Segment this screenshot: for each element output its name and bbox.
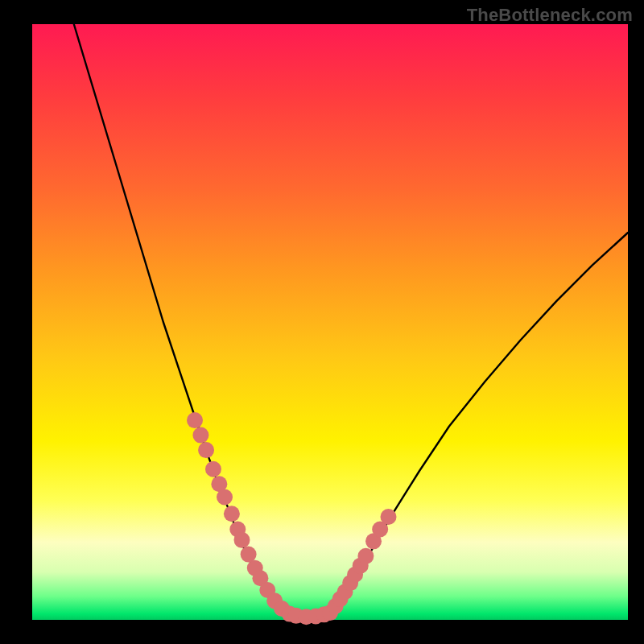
right-cluster bbox=[322, 509, 397, 621]
data-point bbox=[224, 506, 240, 522]
data-point bbox=[357, 548, 374, 564]
data-point bbox=[241, 547, 257, 563]
data-point bbox=[233, 532, 250, 548]
watermark-text: TheBottleneck.com bbox=[467, 5, 633, 26]
curve-layer bbox=[32, 24, 628, 620]
right-curve bbox=[330, 233, 628, 613]
data-point bbox=[198, 442, 214, 458]
data-point bbox=[205, 461, 221, 477]
data-point bbox=[217, 489, 233, 506]
left-cluster bbox=[187, 412, 332, 625]
data-point bbox=[187, 412, 203, 428]
data-point bbox=[381, 509, 397, 525]
chart-stage: TheBottleneck.com bbox=[0, 0, 644, 644]
data-point bbox=[192, 427, 208, 444]
plot-area bbox=[32, 24, 628, 620]
left-curve bbox=[74, 24, 283, 613]
